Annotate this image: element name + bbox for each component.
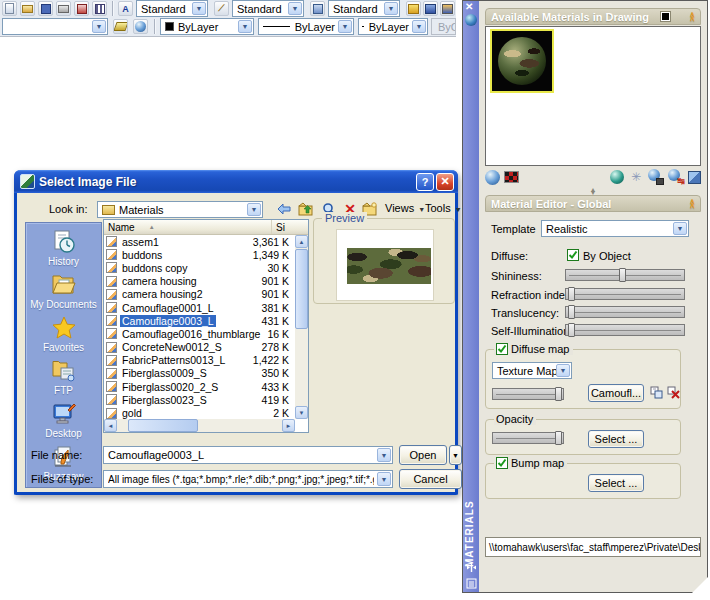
scroll-left-icon[interactable]: ◄	[104, 419, 117, 432]
scrollbar-thumb[interactable]	[295, 249, 308, 329]
diffuse-map-file-button[interactable]: Camoufl...	[588, 384, 644, 402]
file-name-input[interactable]: Camouflage0003_L ▼	[103, 446, 393, 464]
chevron-down-icon[interactable]: ▼	[377, 448, 391, 462]
scroll-up-icon[interactable]: ▲	[295, 235, 308, 248]
layer-states-icon[interactable]	[133, 19, 148, 34]
opacity-slider[interactable]	[492, 432, 564, 444]
toolbar-icon-3[interactable]	[440, 1, 455, 16]
file-row[interactable]: Fiberglass0023_S419 K	[104, 393, 295, 406]
auto-hide-icon[interactable]	[465, 561, 477, 573]
toolbar-icon-new[interactable]	[2, 1, 17, 16]
scroll-right-icon[interactable]: ►	[282, 419, 295, 432]
available-materials-header[interactable]: Available Materials in Drawing ∧∧	[485, 8, 701, 25]
toolbar-icon-table[interactable]	[92, 1, 107, 16]
chevron-down-icon[interactable]: ▼	[384, 2, 398, 15]
look-in-combo[interactable]: Materials ▼	[97, 201, 263, 218]
cancel-button[interactable]: Cancel	[399, 469, 462, 489]
purge-icon[interactable]: ✳	[628, 169, 644, 185]
file-row[interactable]: Camouflage0001_L381 K	[104, 301, 295, 314]
scroll-down-icon[interactable]: ▼	[295, 406, 308, 419]
toolbar-icon-1[interactable]	[406, 1, 421, 16]
place-ftp[interactable]: FTP	[26, 358, 101, 401]
chevron-down-icon[interactable]: ▼	[288, 2, 302, 15]
dialog-titlebar[interactable]: Select Image File ? ✕	[14, 170, 458, 193]
chevron-down-icon[interactable]: ▼	[238, 20, 252, 33]
chevron-down-icon[interactable]: ▼	[412, 20, 426, 33]
slider-thumb[interactable]	[568, 323, 575, 337]
globe-icon[interactable]	[610, 170, 624, 184]
diffuse-map-checkbox[interactable]	[496, 343, 508, 355]
open-dropdown-button[interactable]: ▼	[449, 445, 462, 465]
delete-map-icon[interactable]	[667, 386, 680, 401]
linetype-combo[interactable]: ByLayer▼	[258, 18, 354, 35]
back-icon[interactable]	[275, 200, 293, 218]
sync-map-icon[interactable]	[650, 386, 663, 401]
name-column-header[interactable]: Name ▲	[104, 220, 272, 234]
bump-map-checkbox[interactable]	[496, 457, 508, 469]
views-menu[interactable]: Views▼	[385, 202, 425, 214]
chevron-down-icon[interactable]: ▼	[92, 20, 106, 33]
toolbar-icon-open[interactable]	[20, 1, 35, 16]
toolbar-icon-publish[interactable]	[74, 1, 89, 16]
template-combo[interactable]: Realistic ▼	[541, 220, 689, 237]
map-type-combo[interactable]: Texture Map ▼	[492, 362, 572, 379]
self-illumination-slider[interactable]	[565, 324, 685, 336]
chevron-down-icon[interactable]: ▼	[338, 20, 352, 33]
properties-menu-icon[interactable]	[465, 577, 477, 589]
toolbar-icon-2[interactable]	[423, 1, 438, 16]
toolbar-icon-dim-style[interactable]: ⟋	[214, 1, 229, 16]
file-row[interactable]: camera housing2901 K	[104, 288, 295, 301]
material-swatch-selected[interactable]	[490, 29, 554, 93]
vertical-scrollbar[interactable]: ▲ ▼	[295, 235, 308, 419]
chevron-down-icon[interactable]: ▼	[556, 364, 570, 377]
create-material-icon[interactable]	[485, 170, 500, 185]
open-button[interactable]: Open	[399, 445, 447, 465]
file-row[interactable]: ConcreteNew0012_S278 K	[104, 341, 295, 354]
slider-thumb[interactable]	[555, 431, 562, 445]
panel-resize-grip[interactable]: ▲▼	[590, 188, 597, 194]
refraction-index-slider[interactable]	[565, 288, 685, 300]
place-favorites[interactable]: Favorites	[26, 315, 101, 358]
tools-menu[interactable]: Tools▼	[425, 202, 462, 214]
toolbar-icon-text-style[interactable]: A	[118, 1, 133, 16]
slider-thumb[interactable]	[568, 287, 575, 301]
file-row[interactable]: Fiberglass0009_S350 K	[104, 367, 295, 380]
file-row[interactable]: gold2 K	[104, 406, 295, 419]
horizontal-scrollbar[interactable]: ◄ ►	[104, 419, 295, 432]
opacity-select-button[interactable]: Select ...	[588, 430, 644, 448]
bump-map-select-button[interactable]: Select ...	[588, 474, 644, 492]
by-object-checkbox[interactable]	[567, 249, 579, 261]
layers-icon[interactable]	[113, 19, 128, 34]
slider-thumb[interactable]	[555, 387, 562, 401]
slider-thumb[interactable]	[619, 268, 626, 282]
shininess-slider[interactable]	[565, 269, 685, 281]
palette-titlebar[interactable]: ✕ MATERIALS	[463, 1, 479, 592]
texture-preview-icon[interactable]	[504, 171, 519, 183]
chevron-down-icon[interactable]: ▼	[673, 222, 687, 235]
translucency-slider[interactable]	[565, 306, 685, 318]
select-objects-icon[interactable]	[688, 171, 701, 184]
table-style-combo[interactable]: Standard▼	[328, 0, 400, 17]
help-button[interactable]: ?	[416, 173, 434, 191]
file-row-selected[interactable]: Camouflage0003_L431 K	[104, 314, 295, 327]
file-row[interactable]: Camouflage0016_thumblarge16 K	[104, 327, 295, 340]
chevron-down-icon[interactable]: ▼	[192, 2, 206, 15]
toolbar-icon-plot[interactable]	[56, 1, 71, 16]
place-history[interactable]: History	[26, 229, 101, 272]
file-row[interactable]: assem13,361 K	[104, 235, 295, 248]
up-one-level-icon[interactable]	[297, 200, 315, 218]
swatch-size-icon[interactable]	[661, 12, 670, 21]
place-desktop[interactable]: Desktop	[26, 401, 101, 444]
file-row[interactable]: buddons copy30 K	[104, 261, 295, 274]
apply-material-icon[interactable]	[648, 169, 664, 185]
close-button[interactable]: ✕	[436, 173, 454, 191]
chevron-down-icon[interactable]: ▼	[247, 203, 261, 216]
palette-corner-grip[interactable]	[692, 577, 708, 593]
collapse-chevron-icon[interactable]: ∧∧	[689, 200, 695, 208]
color-combo[interactable]: ByLayer▼	[160, 18, 254, 35]
file-row[interactable]: camera housing901 K	[104, 275, 295, 288]
toolbar-icon-save[interactable]	[38, 1, 53, 16]
lineweight-combo[interactable]: ByLayer▼	[358, 18, 428, 35]
slider-thumb[interactable]	[568, 305, 575, 319]
layer-combo[interactable]: ▼	[2, 18, 108, 35]
